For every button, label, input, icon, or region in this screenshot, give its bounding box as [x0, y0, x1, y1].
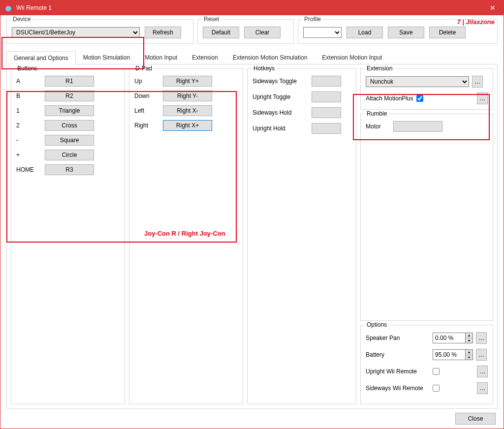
reset-label: Reset	[202, 16, 221, 23]
hk-slot[interactable]	[312, 76, 341, 87]
map-down: DownRight Y-	[134, 91, 238, 101]
refresh-button[interactable]: Refresh	[145, 27, 181, 38]
tab-ext-motion-sim[interactable]: Extension Motion Simulation	[225, 51, 315, 64]
sideways-label: Sideways Wii Remote	[366, 385, 430, 392]
default-button[interactable]: Default	[203, 27, 239, 38]
spin-down-icon[interactable]: ▼	[466, 338, 472, 343]
extension-title: Extension	[365, 65, 395, 72]
options-panel: Options Speaker Pan ▲▼ … Battery ▲	[360, 325, 493, 404]
tab-motion-sim[interactable]: Motion Simulation	[76, 51, 137, 64]
profile-group: Profile Load Save Delete	[298, 19, 498, 44]
map-home-btn[interactable]: R3	[45, 164, 94, 175]
map-right: RightRight X+	[134, 120, 238, 131]
tab-general[interactable]: General and Options	[6, 51, 76, 64]
speaker-pan-spinner[interactable]: ▲▼	[433, 333, 473, 343]
battery-label: Battery	[366, 351, 430, 358]
hotkeys-title: Hotkeys	[252, 65, 277, 72]
map-home: HOMER3	[16, 164, 120, 175]
sideways-more-button[interactable]: …	[477, 382, 488, 394]
map-left: LeftRight X-	[134, 105, 238, 116]
motor-slot[interactable]	[393, 121, 442, 132]
extension-select[interactable]: Nunchuk	[366, 76, 469, 87]
speaker-pan-input[interactable]	[433, 333, 465, 343]
sideways-checkbox[interactable]	[433, 385, 440, 392]
extension-panel: Extension Nunchuk … Attach MotionPlus …	[360, 68, 493, 110]
buttons-title: Buttons	[15, 65, 39, 72]
upright-label: Upright Wii Remote	[366, 368, 430, 375]
hk-upright-hold: Upright Hold	[252, 123, 351, 134]
map-plus-btn[interactable]: Circle	[45, 150, 94, 160]
profile-select[interactable]	[303, 27, 342, 38]
titlebar: Wii Remote 1 ✕	[0, 0, 504, 15]
map-minus-btn[interactable]: Square	[45, 135, 94, 146]
spin-up-icon[interactable]: ▲	[466, 350, 472, 355]
map-b: BR2	[16, 91, 120, 101]
tab-motion-input[interactable]: Motion Input	[137, 51, 185, 64]
hotkeys-panel: Hotkeys Sideways Toggle Upright Toggle S…	[247, 68, 356, 404]
extension-more-button[interactable]: …	[472, 76, 483, 88]
device-group: Device DSUClient/1/BetterJoy Refresh	[6, 19, 193, 44]
spin-up-icon[interactable]: ▲	[466, 333, 472, 338]
map-left-btn[interactable]: Right X-	[163, 105, 212, 116]
upright-checkbox[interactable]	[433, 368, 440, 375]
reset-group: Reset Default Clear	[197, 19, 294, 44]
device-select[interactable]: DSUClient/1/BetterJoy	[12, 27, 140, 38]
rumble-title: Rumble	[365, 110, 389, 117]
map-2: 2Cross	[16, 120, 120, 131]
hk-upright-toggle: Upright Toggle	[252, 92, 351, 102]
map-plus: +Circle	[16, 150, 120, 160]
hk-sideways-hold: Sideways Hold	[252, 107, 351, 118]
save-button[interactable]: Save	[388, 27, 424, 38]
hk-slot[interactable]	[312, 107, 341, 118]
speaker-pan-label: Speaker Pan	[366, 335, 430, 341]
map-b-btn[interactable]: R2	[45, 91, 94, 101]
upright-more-button[interactable]: …	[477, 366, 488, 377]
map-a: AR1	[16, 76, 120, 87]
profile-label: Profile	[302, 16, 323, 23]
battery-input[interactable]	[433, 349, 465, 360]
map-down-btn[interactable]: Right Y-	[163, 91, 212, 101]
options-title: Options	[365, 321, 389, 328]
map-2-btn[interactable]: Cross	[45, 120, 94, 131]
rumble-panel: Rumble Motor	[360, 114, 493, 321]
tab-extension[interactable]: Extension	[185, 51, 225, 64]
dpad-title: D-Pad	[133, 65, 154, 72]
attach-mp-label: Attach MotionPlus	[366, 95, 413, 102]
map-1-btn[interactable]: Triangle	[45, 105, 94, 116]
map-minus: -Square	[16, 135, 120, 146]
map-a-btn[interactable]: R1	[45, 76, 94, 87]
load-button[interactable]: Load	[346, 27, 383, 38]
device-label: Device	[11, 16, 33, 23]
buttons-panel: Buttons AR1 BR2 1Triangle 2Cross -Square…	[11, 68, 125, 404]
hk-slot[interactable]	[312, 123, 341, 134]
delete-button[interactable]: Delete	[429, 27, 466, 38]
map-right-btn[interactable]: Right X+	[163, 120, 212, 131]
hk-slot[interactable]	[312, 92, 341, 102]
battery-spinner[interactable]: ▲▼	[433, 349, 473, 360]
spin-down-icon[interactable]: ▼	[466, 355, 472, 360]
battery-more-button[interactable]: …	[476, 349, 487, 361]
map-up-btn[interactable]: Right Y+	[163, 76, 212, 87]
tab-ext-motion-input[interactable]: Extension Motion Input	[315, 51, 389, 64]
window-title: Wii Remote 1	[16, 4, 481, 11]
attach-mp-more-button[interactable]: …	[477, 92, 488, 104]
map-up: UpRight Y+	[134, 76, 238, 87]
map-1: 1Triangle	[16, 105, 120, 116]
hk-sideways-toggle: Sideways Toggle	[252, 76, 351, 87]
app-icon	[4, 4, 12, 12]
motor-label: Motor	[366, 123, 389, 130]
close-button[interactable]: Close	[455, 413, 496, 425]
clear-button[interactable]: Clear	[244, 27, 281, 38]
close-icon[interactable]: ✕	[481, 0, 504, 15]
tab-bar: General and Options Motion Simulation Mo…	[6, 51, 498, 64]
dpad-panel: D-Pad UpRight Y+ DownRight Y- LeftRight …	[129, 68, 243, 404]
attach-mp-checkbox[interactable]	[416, 95, 423, 102]
speaker-pan-more-button[interactable]: …	[476, 332, 487, 344]
